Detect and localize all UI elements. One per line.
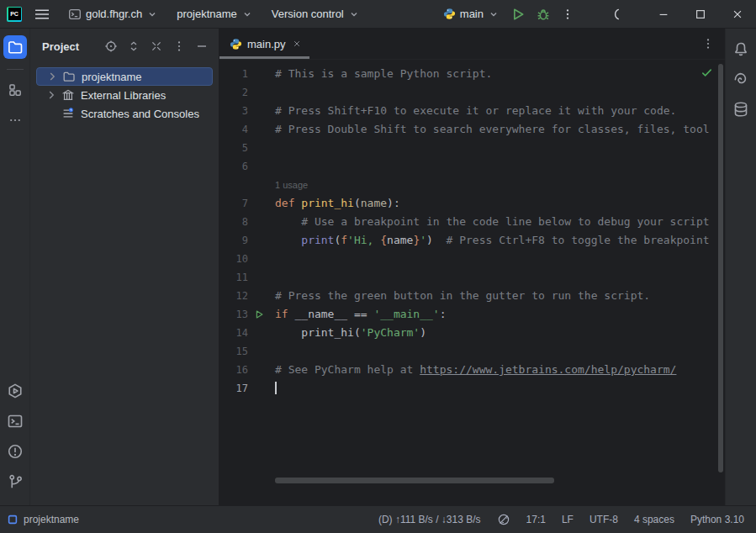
gutter-space [248, 287, 270, 305]
code-line[interactable]: 17 [219, 379, 725, 398]
code-lines[interactable]: 1# This is a sample Python script.23# Pr… [219, 60, 725, 398]
vcs-menu[interactable]: Version control [266, 3, 366, 24]
select-opened-file-button[interactable] [103, 38, 119, 55]
caret-position-widget[interactable]: 17:1 [526, 514, 546, 525]
hide-panel-button[interactable] [193, 38, 210, 55]
code-text [275, 379, 277, 398]
code-line[interactable]: 16# See PyCharm help at https://www.jetb… [219, 361, 725, 379]
code-line[interactable]: 3# Press Shift+F10 to execute it or repl… [219, 102, 725, 120]
code-line[interactable]: 11 [219, 268, 725, 287]
highlighting-level-widget[interactable] [497, 513, 510, 526]
minimize-button[interactable] [645, 0, 682, 29]
vertical-scrollbar[interactable] [718, 64, 723, 472]
line-separator-widget[interactable]: LF [562, 514, 574, 525]
code-line[interactable]: 10 [219, 250, 725, 268]
structure-tool-button[interactable] [3, 78, 27, 102]
tree-item-label: External Libraries [81, 89, 166, 102]
tab-options-button[interactable] [691, 37, 725, 50]
code-line[interactable]: 2 [219, 83, 725, 102]
code-text: # This is a sample Python script. [275, 65, 492, 83]
maximize-button[interactable] [682, 0, 719, 29]
project-tool-button[interactable] [3, 35, 27, 59]
line-number[interactable]: 10 [219, 250, 248, 268]
close-button[interactable] [719, 0, 756, 29]
database-icon [732, 101, 749, 118]
code-line[interactable]: 14 print_hi('PyCharm') [219, 324, 725, 342]
chevron-down-icon [348, 8, 360, 20]
run-tool-button[interactable] [3, 379, 27, 403]
line-number[interactable]: 17 [219, 379, 248, 398]
line-number[interactable]: 5 [219, 139, 248, 157]
tree-item-scratches[interactable]: Scratches and Consoles [36, 104, 213, 123]
notifications-button[interactable] [729, 37, 753, 61]
run-config-label: main [460, 8, 484, 20]
problems-tool-button[interactable] [3, 440, 27, 463]
horizontal-scrollbar[interactable] [275, 478, 554, 483]
line-number[interactable]: 1 [219, 65, 248, 83]
code-line[interactable]: 5 [219, 139, 725, 157]
tree-item-projektname[interactable]: projektname [36, 67, 213, 86]
status-project-widget[interactable]: projektname [7, 514, 79, 525]
chevron-right-icon[interactable] [45, 88, 58, 102]
interpreter-widget[interactable]: Python 3.10 [690, 514, 744, 525]
progress-indicator[interactable] [608, 3, 632, 26]
project-selector[interactable]: projektname [171, 3, 259, 24]
line-number[interactable] [219, 176, 248, 194]
database-button[interactable] [729, 98, 753, 121]
code-line[interactable]: 6 [219, 157, 725, 176]
line-number[interactable]: 9 [219, 231, 248, 250]
status-right-group: (D) ↑111 B/s / ↓313 B/s 17:1 LF UTF-8 4 … [378, 513, 744, 526]
code-line[interactable]: 7def print_hi(name): [219, 194, 725, 213]
editor-viewport[interactable]: 1# This is a sample Python script.23# Pr… [219, 60, 725, 505]
run-tool-icon [7, 383, 24, 399]
ai-assistant-button[interactable] [729, 67, 753, 91]
inspection-ok-icon[interactable] [700, 66, 713, 79]
terminal-tool-button[interactable] [3, 409, 27, 433]
line-number[interactable]: 2 [219, 83, 248, 102]
network-speed-widget[interactable]: (D) ↑111 B/s / ↓313 B/s [378, 514, 481, 525]
tab-main-py[interactable]: main.py [219, 29, 309, 59]
code-line[interactable]: 9 print(f'Hi, {name}') # Press Ctrl+F8 t… [219, 231, 725, 250]
line-number[interactable]: 11 [219, 268, 248, 287]
code-line[interactable]: 1# This is a sample Python script. [219, 65, 725, 83]
line-number[interactable]: 6 [219, 157, 248, 176]
line-number[interactable]: 15 [219, 342, 248, 361]
chevron-right-icon[interactable] [45, 70, 59, 83]
line-number[interactable]: 14 [219, 324, 248, 342]
line-number[interactable]: 7 [219, 194, 248, 213]
code-line[interactable]: 4# Press Double Shift to search everywhe… [219, 120, 725, 139]
pycharm-window: PC gold.fhgr.ch projektname Version cont… [0, 0, 756, 533]
structure-icon [8, 82, 23, 98]
indent-widget[interactable]: 4 spaces [634, 514, 674, 525]
more-tool-windows-button[interactable] [3, 108, 27, 132]
code-line[interactable]: 15 [219, 342, 725, 361]
collapse-all-button[interactable] [148, 38, 165, 55]
expand-collapse-button[interactable] [125, 38, 142, 55]
version-control-tool-button[interactable] [3, 470, 27, 493]
main-menu-button[interactable] [29, 3, 56, 26]
panel-options-button[interactable] [171, 38, 188, 55]
debug-button[interactable] [531, 2, 556, 27]
tree-item-external-libraries[interactable]: External Libraries [36, 86, 213, 104]
tab-close-icon[interactable] [293, 40, 301, 48]
code-line[interactable]: 8 # Use a breakpoint in the code line be… [219, 213, 725, 231]
line-number[interactable]: 4 [219, 120, 248, 139]
gutter-run-icon[interactable] [248, 305, 270, 324]
line-number[interactable]: 8 [219, 213, 248, 231]
run-config-selector[interactable]: main [437, 3, 505, 24]
usage-hint-text: 1 usage [275, 176, 308, 194]
line-number[interactable]: 12 [219, 287, 248, 305]
host-selector[interactable]: gold.fhgr.ch [62, 3, 164, 25]
run-button[interactable] [505, 2, 531, 27]
line-number[interactable]: 13 [219, 305, 248, 324]
encoding-widget[interactable]: UTF-8 [589, 514, 618, 525]
titlebar-right-group: main [437, 0, 756, 29]
left-tool-stripe [0, 29, 30, 505]
line-number[interactable]: 3 [219, 102, 248, 120]
code-line[interactable]: 13 if __name__ == '__main__': [219, 305, 725, 324]
line-number[interactable]: 16 [219, 361, 248, 379]
scratches-icon [61, 107, 75, 120]
more-actions-button[interactable] [556, 3, 579, 26]
usage-hint-line[interactable]: 1 usage [219, 176, 725, 194]
code-line[interactable]: 12# Press the green button in the gutter… [219, 287, 725, 305]
